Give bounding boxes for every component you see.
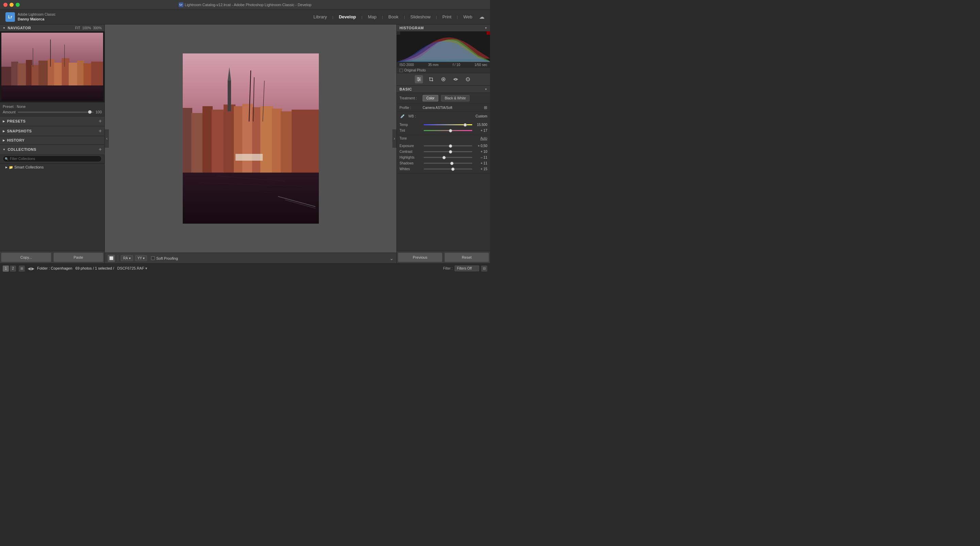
minimize-button[interactable] — [10, 3, 14, 7]
page-numbers: 1 2 — [3, 266, 16, 272]
filter-dropdown[interactable]: Filters Off — [455, 266, 479, 271]
temp-thumb[interactable] — [463, 123, 467, 127]
eyedropper-icon[interactable]: 💉 — [399, 113, 406, 119]
nav-develop[interactable]: Develop — [336, 13, 360, 21]
traffic-lights[interactable] — [3, 3, 20, 7]
mask-icon[interactable] — [464, 75, 472, 83]
previous-button[interactable]: Previous — [398, 253, 442, 262]
nav-slideshow[interactable]: Slideshow — [407, 13, 434, 21]
canvas-arrow-left[interactable]: ‹ — [105, 129, 109, 148]
contrast-thumb[interactable] — [449, 150, 452, 153]
ra-dropdown[interactable]: RA ▾ — [121, 255, 133, 261]
presets-add-button[interactable]: + — [99, 118, 102, 124]
cloud-icon[interactable]: ☁ — [479, 14, 485, 20]
amount-slider[interactable] — [18, 111, 94, 113]
svg-rect-10 — [69, 63, 78, 87]
toolbar-chevron-down[interactable]: ⌄ — [390, 256, 394, 261]
collections-header[interactable]: ▼ Collections + — [0, 145, 105, 154]
svg-rect-7 — [48, 59, 55, 87]
maximize-button[interactable] — [16, 3, 20, 7]
basic-tool-icon[interactable] — [415, 75, 423, 83]
highlights-label: Highlights — [399, 156, 422, 159]
nav-library[interactable]: Library — [310, 13, 331, 21]
grid-view-button[interactable]: ⊞ — [19, 266, 25, 272]
healing-icon[interactable] — [439, 75, 447, 83]
close-button[interactable] — [3, 3, 8, 7]
collections-filter-input[interactable] — [3, 156, 102, 162]
presets-header[interactable]: ▶ Presets + — [0, 116, 105, 126]
page-2[interactable]: 2 — [10, 266, 16, 272]
auto-button[interactable]: Auto — [480, 137, 487, 140]
tint-thumb[interactable] — [449, 129, 452, 132]
zoom-fit[interactable]: FIT — [75, 26, 80, 30]
filmstrip-next-arrow[interactable]: ▶ — [31, 266, 34, 271]
navigator-header[interactable]: ▼ Navigator FIT 100% 300% — [0, 24, 105, 31]
filter-label: Filter : — [443, 267, 453, 270]
filmstrip-expand-button[interactable]: ⊟ — [481, 266, 487, 272]
svg-rect-13 — [91, 62, 103, 87]
smart-collections-row[interactable]: ▶ 📁 Smart Collections — [0, 164, 105, 170]
tint-slider[interactable] — [424, 130, 472, 131]
page-1[interactable]: 1 — [3, 266, 9, 272]
nav-map[interactable]: Map — [364, 13, 380, 21]
soft-proofing-checkbox[interactable] — [151, 256, 155, 260]
svg-rect-32 — [228, 81, 231, 111]
histogram-triangle: ▼ — [485, 27, 487, 30]
hist-aperture: f / 10 — [453, 63, 460, 67]
bw-button[interactable]: Black & White — [441, 95, 469, 102]
svg-rect-47 — [487, 31, 490, 35]
svg-rect-11 — [77, 60, 84, 87]
svg-point-57 — [455, 79, 457, 80]
snapshots-header[interactable]: ▶ Snapshots + — [0, 126, 105, 136]
search-icon: 🔍 — [5, 157, 8, 161]
whites-slider[interactable] — [424, 169, 472, 170]
contrast-slider[interactable] — [424, 151, 472, 152]
lrc-logo: Lr Adobe Lightroom Classic Danny Maiorca — [5, 12, 56, 22]
presets-section: ▶ Presets + — [0, 116, 105, 126]
yy-dropdown[interactable]: YY ▾ — [135, 255, 147, 261]
nav-book[interactable]: Book — [385, 13, 402, 21]
amount-thumb[interactable] — [88, 110, 92, 114]
nav-print[interactable]: Print — [439, 13, 455, 21]
zoom-100[interactable]: 100% — [82, 26, 91, 30]
nav-web[interactable]: Web — [460, 13, 476, 21]
shadows-slider[interactable] — [424, 163, 472, 164]
red-eye-icon[interactable] — [452, 75, 460, 83]
shadows-thumb[interactable] — [450, 162, 453, 165]
contrast-row: Contrast + 10 — [399, 149, 487, 154]
basic-header: Basic ▼ — [397, 86, 490, 93]
original-photo-label: Original Photo — [404, 68, 426, 72]
collections-title: Collections — [8, 147, 36, 151]
svg-rect-3 — [18, 63, 26, 87]
exposure-row: Exposure + 0,50 — [399, 143, 487, 149]
tool-row — [397, 73, 490, 86]
crop-icon[interactable] — [427, 75, 435, 83]
highlights-slider[interactable] — [424, 157, 472, 158]
profile-grid-icon[interactable]: ⊞ — [484, 105, 487, 110]
preset-row: Preset : None — [3, 105, 102, 108]
app-icon: Lr — [179, 2, 183, 7]
zoom-300[interactable]: 300% — [93, 26, 102, 30]
paste-button[interactable]: Paste — [53, 253, 104, 262]
filmstrip-bar: 1 2 ⊞ ◀ ▶ Folder : Copenhagen 69 photos … — [0, 263, 490, 273]
temp-slider[interactable] — [424, 124, 472, 125]
snapshots-add-button[interactable]: + — [99, 128, 102, 134]
filename-dropdown[interactable]: ▾ — [145, 266, 147, 270]
bottom-buttons: Copy... Paste — [0, 251, 105, 263]
color-button[interactable]: Color — [423, 95, 438, 102]
original-photo-checkbox[interactable] — [399, 69, 403, 72]
exposure-thumb[interactable] — [449, 144, 452, 148]
crop-tool-button[interactable]: ⬜ — [108, 255, 115, 262]
canvas-arrow-right[interactable]: › — [392, 129, 396, 148]
tone-sliders-section: Exposure + 0,50 Contrast + 10 Highlights — [397, 142, 490, 174]
exposure-slider[interactable] — [424, 145, 472, 146]
collections-add-button[interactable]: + — [99, 147, 102, 152]
wb-row: 💉 WB : Custom — [397, 111, 490, 121]
filmstrip-prev-arrow[interactable]: ◀ — [27, 266, 30, 271]
reset-button[interactable]: Reset — [444, 253, 489, 262]
copy-button[interactable]: Copy... — [1, 253, 51, 262]
whites-value: + 15 — [474, 167, 487, 171]
highlights-thumb[interactable] — [442, 156, 446, 159]
history-header[interactable]: ▶ History — [0, 136, 105, 144]
whites-thumb[interactable] — [451, 167, 455, 171]
